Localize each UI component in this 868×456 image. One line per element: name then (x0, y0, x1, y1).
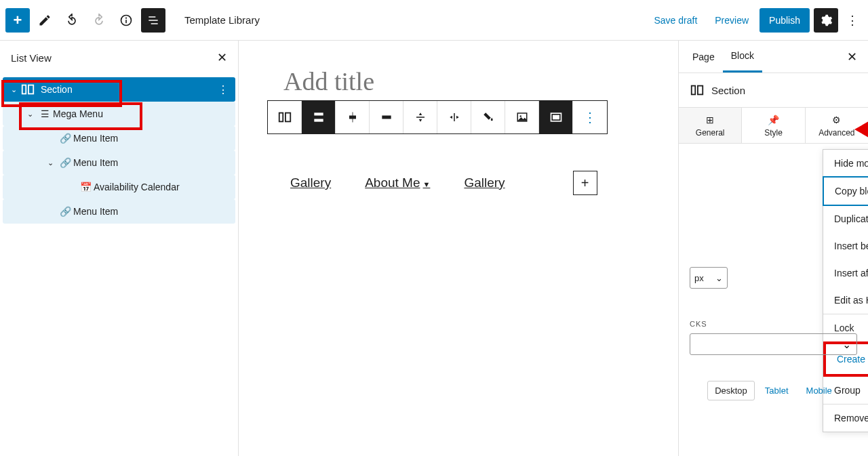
mega-menu-preview: Gallery About Me▼ Gallery + (290, 171, 651, 195)
paint-icon (482, 111, 494, 123)
add-block-button[interactable]: + (5, 8, 30, 33)
chevron-down-icon[interactable]: ⌄ (7, 85, 20, 94)
close-sidebar-button[interactable]: ✕ (842, 49, 863, 64)
pencil-icon (38, 14, 52, 27)
valign-icon (414, 111, 427, 123)
panel-tab-general[interactable]: ⊞ General (679, 108, 742, 143)
block-toolbar: ⋮ (267, 100, 608, 134)
color-button[interactable] (471, 101, 505, 133)
svg-rect-5 (279, 113, 283, 122)
nav-item[interactable]: Gallery (464, 175, 505, 190)
device-tab-desktop[interactable]: Desktop (707, 381, 755, 400)
gear-icon (819, 14, 833, 27)
unit-select[interactable]: px ⌄ (690, 267, 728, 289)
device-tab-tablet[interactable]: Tablet (757, 381, 796, 400)
section-icon (20, 82, 35, 97)
tab-block[interactable]: Block (723, 41, 762, 72)
undo-button[interactable] (60, 8, 84, 33)
link-icon: 🔗 (57, 206, 73, 217)
tree-item-menuitem[interactable]: ⌄ 🔗 Menu Item (3, 150, 235, 175)
block-card: Section (679, 73, 868, 108)
listview-toggle-button[interactable] (141, 8, 165, 33)
redo-button[interactable] (87, 8, 111, 33)
tree-item-menuitem[interactable]: 🔗 Menu Item (3, 126, 235, 150)
tab-page[interactable]: Page (684, 42, 723, 72)
publish-button[interactable]: Publish (760, 8, 810, 33)
link-icon: 🔗 (57, 157, 73, 168)
svg-point-15 (519, 115, 521, 117)
block-type-button[interactable] (268, 101, 302, 133)
chevron-down-icon[interactable]: ⌄ (23, 110, 37, 119)
svg-rect-11 (382, 116, 391, 119)
chevron-down-icon: ⌄ (842, 338, 851, 351)
align-full-icon (312, 110, 326, 124)
valign-button[interactable] (403, 101, 437, 133)
save-draft-button[interactable]: Save draft (647, 9, 704, 31)
section-icon (277, 110, 292, 125)
tree-label: Section (41, 84, 73, 95)
settings-button[interactable] (814, 8, 838, 33)
align-wide-button[interactable] (370, 101, 403, 133)
info-button[interactable] (114, 8, 138, 33)
svg-point-1 (125, 17, 127, 18)
section-icon (690, 83, 705, 98)
more-menu-button[interactable]: ⋮ (842, 13, 863, 28)
align-full-button[interactable] (302, 101, 336, 133)
nav-item[interactable]: About Me▼ (365, 175, 430, 190)
info-icon (119, 14, 133, 27)
editor-canvas: Add title (239, 41, 678, 456)
close-list-view-button[interactable]: ✕ (217, 50, 227, 65)
svg-rect-19 (692, 86, 696, 95)
align-center-button[interactable] (336, 101, 370, 133)
toolbar-left: + Template Library (5, 8, 260, 33)
field-label-partial: CKS (690, 320, 857, 328)
list-view-title: List View (11, 52, 52, 64)
align-wide-icon (380, 110, 393, 124)
pin-icon: 📌 (742, 115, 804, 125)
title-placeholder[interactable]: Add title (283, 66, 651, 96)
sliders-icon: ⊞ (679, 115, 741, 125)
halign-button[interactable] (437, 101, 471, 133)
settings-sidebar: Page Block ✕ Section ⊞ General 📌 Style ⚙… (678, 41, 868, 456)
undo-icon (65, 14, 79, 27)
svg-rect-6 (285, 113, 290, 122)
block-name: Section (711, 85, 745, 96)
list-view-panel: List View ✕ ⌄ Section ⋮ ⌄ ☰ Mega Menu 🔗 … (0, 41, 239, 456)
svg-rect-2 (125, 20, 127, 23)
chevron-down-icon: ▼ (423, 180, 431, 188)
tree-item-megamenu[interactable]: ⌄ ☰ Mega Menu (3, 102, 235, 126)
image-button[interactable] (505, 101, 539, 133)
top-toolbar: + Template Library Save draft Preview Pu… (0, 0, 868, 41)
document-title: Template Library (184, 14, 260, 26)
tree-label: Mega Menu (53, 108, 103, 119)
tree-item-section[interactable]: ⌄ Section ⋮ (3, 77, 235, 102)
panel-tab-style[interactable]: 📌 Style (742, 108, 805, 143)
block-tree: ⌄ Section ⋮ ⌄ ☰ Mega Menu 🔗 Menu Item ⌄ … (0, 75, 238, 226)
select-input[interactable]: ⌄ (690, 333, 857, 355)
image-icon (516, 111, 528, 123)
link-icon: 🔗 (57, 133, 73, 144)
calendar-icon: 📅 (77, 182, 94, 192)
svg-rect-3 (22, 85, 26, 94)
dimension-row: px ⌄ (690, 267, 857, 289)
annotation-arrow (854, 112, 868, 146)
fullwidth-icon (549, 110, 563, 124)
tree-item-calendar[interactable]: 📅 Availability Calendar (3, 175, 235, 199)
toolbar-right: Save draft Preview Publish ⋮ (647, 8, 863, 33)
svg-rect-20 (698, 86, 703, 95)
chevron-down-icon[interactable]: ⌄ (43, 159, 57, 167)
nav-item[interactable]: Gallery (290, 175, 331, 190)
svg-rect-17 (553, 115, 559, 120)
tree-label: Menu Item (73, 206, 118, 217)
fullwidth-button[interactable] (539, 101, 573, 133)
preview-button[interactable]: Preview (708, 9, 755, 31)
tree-item-menu-button[interactable]: ⋮ (218, 83, 229, 96)
tree-label: Availability Calendar (94, 182, 180, 192)
block-more-button[interactable]: ⋮ (573, 101, 607, 133)
add-menu-item-button[interactable]: + (573, 171, 597, 195)
svg-rect-4 (28, 85, 33, 94)
tree-item-menuitem[interactable]: 🔗 Menu Item (3, 199, 235, 224)
svg-marker-18 (854, 116, 868, 143)
device-tab-mobile[interactable]: Mobile (799, 381, 840, 400)
edit-button[interactable] (33, 8, 57, 33)
